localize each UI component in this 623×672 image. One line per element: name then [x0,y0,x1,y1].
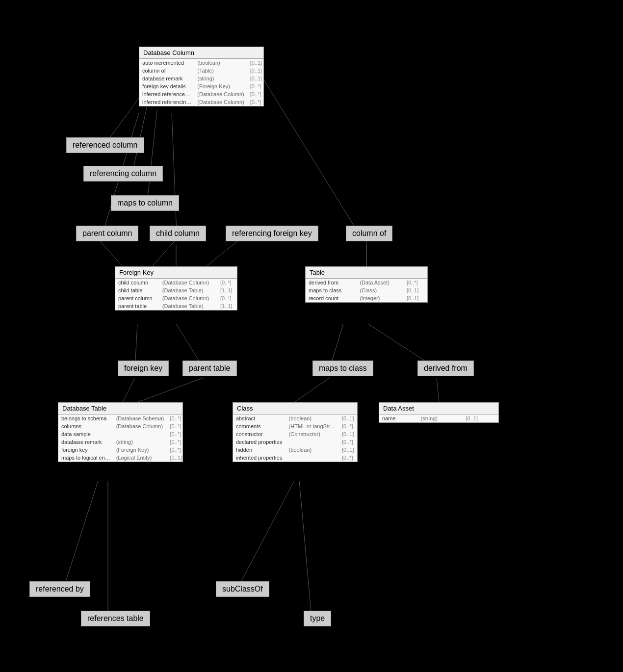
entity-title-foreign-key: Foreign Key [115,267,237,279]
entity-title-database-table: Database Table [58,403,182,414]
svg-line-5 [264,80,358,233]
label-child-column: child column [150,226,206,241]
table-row: comments(HTML or langStr…[0..*] [233,422,357,430]
table-row: belongs to schema(Database Schema)[0..*] [58,414,185,422]
label-maps-to-class: maps to class [312,361,373,376]
table-row: inherited properties[0..*] [233,454,357,462]
entity-table-table: derived from(Data Asset)[0..*]maps to cl… [306,279,427,302]
svg-line-18 [294,378,330,402]
svg-line-7 [152,239,177,266]
label-references-table: references table [81,611,150,626]
label-referencing-column: referencing column [83,166,163,181]
table-row: foreign key details(Foreign Key)[0..*] [139,82,265,90]
label-maps-to-column: maps to column [111,195,179,211]
entity-table-data-asset: name(string)[0..1] [379,414,498,422]
table-row: data sample[0..*] [58,430,185,438]
entity-table-class: abstract(boolean)[0..1]comments(HTML or … [233,414,357,462]
table-row: database remark(string)[0..1] [139,75,265,82]
table-row: inferred referencin…(Database Column)[0.… [139,98,265,106]
table-row: derived from(Data Asset)[0..*] [306,279,427,286]
table-row: columns(Database Column)[0..*] [58,422,185,430]
table-row: child column(Database Column)[0..*] [115,279,237,286]
table-row: constructor(Constructor)[0..1] [233,430,357,438]
table-row: hidden(boolean)[0..1] [233,446,357,454]
table-row: maps to class(Class)[0..1] [306,286,427,294]
entity-database-column: Database Column auto incremented(boolean… [139,47,264,106]
table-row: database remark(string)[0..*] [58,438,185,446]
svg-line-19 [437,378,439,402]
label-derived-from: derived from [417,361,474,376]
entity-data-asset: Data Asset name(string)[0..1] [379,402,499,423]
entity-title-table: Table [306,267,427,279]
table-row: parent table(Database Table)[1..1] [115,302,237,310]
entity-database-table: Database Table belongs to schema(Databas… [58,402,183,462]
svg-line-8 [206,239,240,266]
table-row: child table(Database Table)[1..1] [115,286,237,294]
svg-line-20 [64,481,98,588]
label-parent-table: parent table [182,361,237,376]
label-parent-column: parent column [76,226,138,241]
svg-line-16 [123,378,135,402]
table-row: inferred reference…(Database Column)[0..… [139,90,265,98]
entity-title-data-asset: Data Asset [379,403,498,414]
label-column-of: column of [346,226,392,241]
entity-title-database-column: Database Column [139,47,263,59]
table-row: parent column(Database Column)[0..*] [115,294,237,302]
connections-svg [0,0,623,672]
table-row: declared properties[0..*] [233,438,357,446]
label-type: type [304,611,331,626]
svg-line-17 [137,378,204,402]
entity-table-database-column: auto incremented(boolean)[0..1]column of… [139,59,265,106]
entity-table: Table derived from(Data Asset)[0..*]maps… [305,266,428,303]
entity-table-foreign-key: child column(Database Column)[0..*]child… [115,279,237,310]
label-foreign-key: foreign key [118,361,169,376]
table-row: foreign key(Foreign Key)[0..*] [58,446,185,454]
svg-line-4 [172,113,177,233]
label-referenced-by: referenced by [29,581,90,597]
table-row: record count(integer)[0..1] [306,294,427,302]
svg-line-2 [147,110,157,202]
entity-table-database-table: belongs to schema(Database Schema)[0..*]… [58,414,185,462]
table-row: maps to logical en…(Logical Entity)[0..1… [58,454,185,462]
entity-title-class: Class [233,403,357,414]
entity-class: Class abstract(boolean)[0..1]comments(HT… [233,402,358,462]
svg-line-23 [299,481,312,617]
label-sub-class-of: subClassOf [216,581,269,597]
table-row: column of(Table)[0..1] [139,67,265,75]
entity-foreign-key: Foreign Key child column(Database Column… [115,266,237,310]
svg-line-22 [238,481,294,588]
table-row: name(string)[0..1] [379,414,498,422]
table-row: abstract(boolean)[0..1] [233,414,357,422]
label-referencing-foreign-key: referencing foreign key [226,226,318,241]
label-referenced-column: referenced column [66,137,144,153]
table-row: auto incremented(boolean)[0..1] [139,59,265,67]
